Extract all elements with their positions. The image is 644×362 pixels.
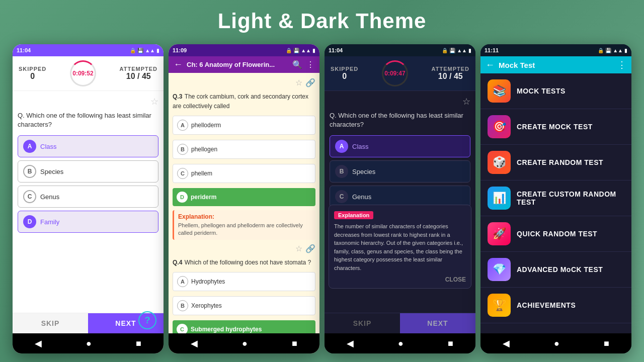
menu-item-create-mock[interactable]: 🎯 CREATE MOCK TEST	[480, 109, 631, 145]
menu-label-create-random: CREATE RANDOM TEST	[517, 158, 603, 166]
skip-button-dark[interactable]: SKIP	[325, 313, 400, 333]
option-b-dark[interactable]: B Species	[330, 160, 470, 183]
signal-icon4: ▲▲	[613, 48, 623, 53]
icons-phone3: 🔒 💾 ▲▲ ▮	[442, 48, 471, 53]
more-icon[interactable]: ⋮	[306, 60, 314, 69]
q3-option-b[interactable]: B phellogen	[173, 140, 315, 159]
option-c-light[interactable]: C Genus	[18, 186, 158, 208]
home-nav4[interactable]: ●	[554, 338, 559, 349]
option-a-text: Class	[40, 143, 57, 150]
option-b-light[interactable]: B Species	[18, 160, 158, 183]
menu-label-quick-random: QUICK RANDOM TEST	[517, 230, 597, 238]
phone-dark-quiz: 11:04 🔒 💾 ▲▲ ▮ SKIPPED 0 0:09:47 ATTEMPT…	[325, 44, 475, 353]
q4-a-text: Hydrophytes	[191, 278, 225, 285]
star-icon-dark[interactable]: ☆	[462, 96, 470, 107]
q3-d-text: periderm	[191, 194, 216, 201]
q3-block: Q.3 The cork cambium, cork and secondary…	[173, 92, 315, 111]
status-bar-phone4: 11:11 🔒 💾 ▲▲ ▮	[480, 44, 631, 56]
q3-b-text: phellogen	[191, 146, 217, 153]
search-icon[interactable]: 🔍	[292, 60, 302, 69]
q3-num: Q.3	[173, 93, 182, 100]
phone-chapter: 11:09 🔒 💾 ▲▲ ▮ ← Ch: 6 Anatomy of Flower…	[169, 44, 319, 353]
lock-icon: 🔒	[130, 48, 136, 53]
help-button-light[interactable]: ?	[138, 311, 156, 329]
q4-star-share: ☆ 🔗	[173, 243, 315, 254]
battery-icon2: ▮	[312, 48, 315, 53]
menu-item-quick-random[interactable]: 🚀 QUICK RANDOM TEST	[480, 216, 631, 252]
recents-nav2[interactable]: ■	[292, 338, 297, 349]
back-arrow-menu[interactable]: ←	[486, 60, 495, 70]
option-c-label: C	[23, 190, 36, 203]
option-a-dark-text: Class	[352, 143, 369, 150]
q4-option-a[interactable]: A Hydrophytes	[173, 272, 315, 291]
create-mock-icon: 🎯	[488, 115, 511, 138]
quick-random-icon: 🚀	[488, 222, 511, 245]
attempted-value: 10 / 45	[120, 72, 157, 81]
star-icon-q3[interactable]: ☆	[295, 78, 302, 87]
bottom-nav-phone4: ◀ ● ■	[480, 333, 631, 353]
popup-text: The number of similar characters of cate…	[334, 222, 466, 272]
home-nav3[interactable]: ●	[398, 338, 404, 349]
popup-label: Explanation	[334, 211, 373, 219]
quiz-header-dark: SKIPPED 0 0:09:47 ATTEMPTED 10 / 45	[325, 56, 475, 91]
menu-item-create-random[interactable]: 🎲 CREATE RANDOM TEST	[480, 145, 631, 180]
signal-icon2: ▲▲	[301, 48, 311, 53]
share-icon-q4[interactable]: 🔗	[305, 244, 315, 253]
popup-close-button[interactable]: CLOSE	[334, 276, 466, 283]
share-icon-q3[interactable]: 🔗	[305, 78, 315, 87]
expl1-text: Phellem, phellogen and phelloderm are co…	[178, 222, 311, 237]
menu-item-custom-random[interactable]: 📊 CREATE CUSTOM RANDOM TEST	[480, 180, 631, 216]
time-phone2: 11:09	[173, 47, 187, 53]
option-d-light[interactable]: D Family	[18, 211, 158, 233]
menu-item-mock-tests[interactable]: 📚 MOCK TESTS	[480, 73, 631, 109]
back-nav4[interactable]: ◀	[503, 338, 510, 349]
option-a-dark[interactable]: A Class	[330, 135, 470, 157]
menu-item-advanced-mock[interactable]: 💎 ADVANCED MoCK TEST	[480, 252, 631, 288]
option-a-label: A	[23, 140, 36, 153]
q4-a-label: A	[177, 276, 188, 287]
next-button-dark[interactable]: NEXT	[400, 313, 475, 333]
back-nav2[interactable]: ◀	[191, 338, 198, 349]
q4-option-b[interactable]: B Xerophytes	[173, 296, 315, 315]
bottom-nav-phone1: ◀ ● ■	[13, 333, 164, 353]
option-b-dark-text: Species	[352, 168, 375, 175]
menu-list: 📚 MOCK TESTS 🎯 CREATE MOCK TEST 🎲 CREATE…	[480, 73, 631, 333]
attempted-label: ATTEMPTED	[120, 66, 157, 72]
skip-button-light[interactable]: SKIP	[13, 313, 88, 333]
back-nav[interactable]: ◀	[35, 338, 42, 349]
chapter-topbar: ← Ch: 6 Anatomy of Flowerin... 🔍 ⋮	[169, 56, 319, 73]
q4-num: Q.4	[173, 259, 182, 266]
skipped-block-dark: SKIPPED 0	[331, 66, 358, 81]
q3-star-share: ☆ 🔗	[173, 77, 315, 88]
attempted-block-dark: ATTEMPTED 10 / 45	[432, 66, 469, 81]
q3-option-d[interactable]: D periderm	[173, 188, 315, 206]
expl1-label: Explanation:	[178, 213, 311, 220]
question-text-light: Q. Which one of the following has least …	[18, 111, 158, 129]
quiz-footer-dark: SKIP NEXT	[325, 313, 475, 333]
q4-c-label: C	[177, 324, 188, 333]
more-menu-icon[interactable]: ⋮	[617, 59, 626, 70]
battery-icon4: ▮	[624, 48, 627, 53]
create-random-icon: 🎲	[488, 151, 511, 174]
recents-nav4[interactable]: ■	[604, 338, 609, 349]
status-bar-phone2: 11:09 🔒 💾 ▲▲ ▮	[169, 44, 319, 56]
star-icon-q4[interactable]: ☆	[295, 244, 302, 253]
recents-nav3[interactable]: ■	[448, 338, 453, 349]
q4-option-c[interactable]: C Submerged hydrophytes	[173, 320, 315, 333]
q3-option-c[interactable]: C phellem	[173, 164, 315, 183]
recents-nav[interactable]: ■	[136, 338, 141, 349]
option-a-light[interactable]: A Class	[18, 135, 158, 157]
home-nav2[interactable]: ●	[242, 338, 248, 349]
menu-item-achievements[interactable]: 🏆 ACHIEVEMENTS	[480, 288, 631, 323]
back-nav3[interactable]: ◀	[347, 338, 354, 349]
save-icon4: 💾	[605, 48, 611, 53]
q3-option-a[interactable]: A phelloderm	[173, 116, 315, 135]
star-icon[interactable]: ☆	[150, 96, 158, 107]
time-phone4: 11:11	[485, 47, 499, 53]
q3-c-text: phellem	[191, 170, 212, 177]
q4-c-text: Submerged hydrophytes	[191, 326, 262, 333]
menu-label-advanced-mock: ADVANCED MoCK TEST	[517, 265, 603, 274]
q3-b-label: B	[177, 144, 188, 155]
back-arrow-icon[interactable]: ←	[174, 59, 183, 70]
home-nav[interactable]: ●	[86, 338, 92, 349]
